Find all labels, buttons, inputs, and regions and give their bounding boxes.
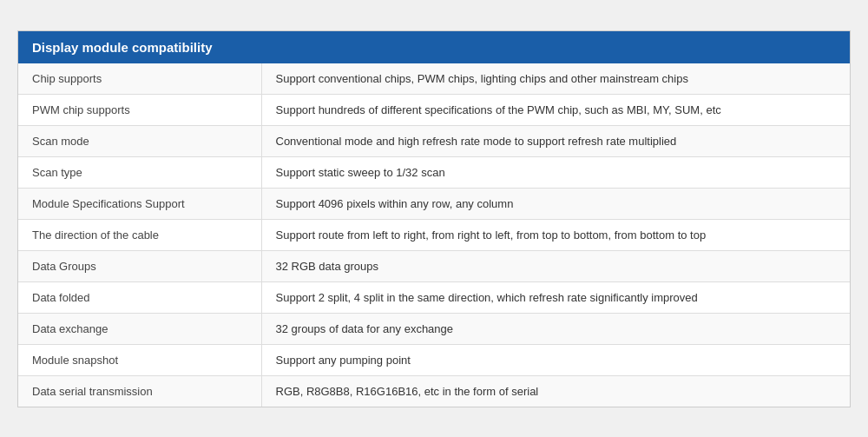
- table-row: Scan modeConventional mode and high refr…: [18, 125, 850, 156]
- row-value: RGB, R8G8B8, R16G16B16, etc in the form …: [261, 375, 850, 407]
- row-label: Data exchange: [18, 313, 261, 344]
- table-row: Data serial transmissionRGB, R8G8B8, R16…: [18, 375, 850, 407]
- row-label: Data Groups: [18, 250, 261, 281]
- row-value: Support 2 split, 4 split in the same dir…: [261, 281, 850, 313]
- table-row: Data Groups32 RGB data groups: [18, 250, 850, 281]
- row-value: Support any pumping point: [261, 344, 850, 375]
- table-row: Module snapshotSupport any pumping point: [18, 344, 850, 375]
- row-value: Support static sweep to 1/32 scan: [261, 156, 850, 188]
- row-label: Module Specifications Support: [18, 188, 261, 219]
- row-label: Chip supports: [18, 63, 261, 95]
- row-value: 32 groups of data for any exchange: [261, 313, 850, 344]
- table-row: Module Specifications SupportSupport 409…: [18, 188, 850, 219]
- row-value: Support 4096 pixels within any row, any …: [261, 188, 850, 219]
- compatibility-table-container: Display module compatibility Chip suppor…: [17, 30, 851, 407]
- row-value: Support conventional chips, PWM chips, l…: [261, 63, 850, 95]
- row-label: Module snapshot: [18, 344, 261, 375]
- row-label: PWM chip supports: [18, 94, 261, 125]
- row-value: Support route from left to right, from r…: [261, 219, 850, 250]
- table-row: PWM chip supportsSupport hundreds of dif…: [18, 94, 850, 125]
- table-row: Data foldedSupport 2 split, 4 split in t…: [18, 281, 850, 313]
- table-row: Scan typeSupport static sweep to 1/32 sc…: [18, 156, 850, 188]
- row-label: The direction of the cable: [18, 219, 261, 250]
- table-row: The direction of the cableSupport route …: [18, 219, 850, 250]
- table-row: Chip supportsSupport conventional chips,…: [18, 63, 850, 95]
- row-label: Scan mode: [18, 125, 261, 156]
- row-label: Scan type: [18, 156, 261, 188]
- compatibility-table: Chip supportsSupport conventional chips,…: [18, 63, 850, 407]
- row-label: Data folded: [18, 281, 261, 313]
- row-value: 32 RGB data groups: [261, 250, 850, 281]
- row-label: Data serial transmission: [18, 375, 261, 407]
- row-value: Support hundreds of different specificat…: [261, 94, 850, 125]
- table-title: Display module compatibility: [18, 31, 850, 63]
- row-value: Conventional mode and high refresh rate …: [261, 125, 850, 156]
- table-row: Data exchange32 groups of data for any e…: [18, 313, 850, 344]
